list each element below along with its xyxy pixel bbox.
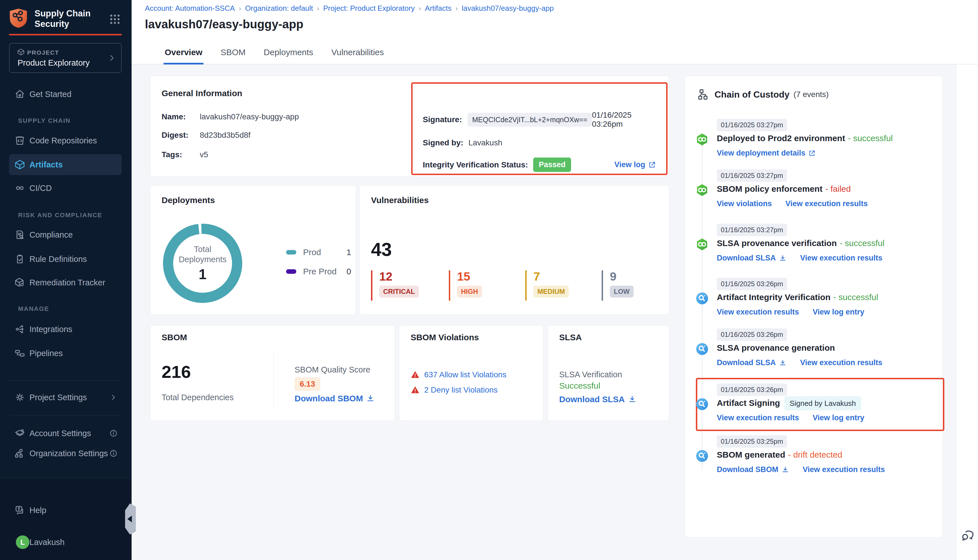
event-title: Deployed to Prod2 environment- successfu… [717,133,932,143]
view-deployment-details-link[interactable]: View deployment details [717,149,816,158]
sidebar-item-pipelines[interactable]: Pipelines [9,343,122,364]
sbom-generated-event-icon [695,449,709,463]
event-links: Download SLSA View execution results [717,358,882,367]
sidebar-item-get-started[interactable]: Get Started [9,84,122,105]
sidebar-item-account-settings[interactable]: Account Settings [9,423,122,444]
event-links: View execution results View log entry [717,308,864,317]
breadcrumb-project[interactable]: Project: Product Exploratory [323,4,415,13]
app-switcher-icon[interactable] [108,13,121,25]
download-sbom-link[interactable]: Download SBOM [295,394,375,403]
link-label: View execution results [717,308,799,317]
signature-value[interactable]: MEQCICde2VjIT...bL+2+mqnOXw== [467,113,592,127]
event-title: Artifact SigningSigned by Lavakush [717,398,932,408]
avatar: L [16,535,29,549]
severity-high: 15 HIGH [449,270,482,301]
deployments-donut-chart: Total Deployments 1 [163,224,242,303]
deny-list-violations-row: 2 Deny list Violations [411,385,497,395]
card-title: Vulnerabilities [371,195,429,205]
brand-accent-line [9,34,122,35]
slsa-generation-event-icon [695,342,709,356]
sidebar-item-project-settings[interactable]: Project Settings [9,387,122,408]
chat-widget-button[interactable] [960,528,975,543]
project-selector[interactable]: PROJECT Product Exploratory [9,43,122,73]
card-title: SBOM [162,333,187,342]
breadcrumb-separator: › [456,5,458,12]
event-deployed-prod2: 01/16/2025 03:27pm Deployed to Prod2 env… [717,119,932,131]
view-execution-results-link[interactable]: View execution results [717,413,799,422]
sidebar-item-organization-settings[interactable]: Organization Settings [9,443,122,464]
field-value: 8d23bd3b5d8f [200,131,250,140]
view-execution-results-link[interactable]: View execution results [800,358,883,367]
event-status: - drift detected [788,450,843,459]
link-label: Download SBOM [717,465,778,474]
sidebar-item-integrations[interactable]: Integrations [9,319,122,340]
view-execution-results-link[interactable]: View execution results [786,199,868,208]
sidebar: Supply Chain Security PROJECT Product Ex… [0,0,132,560]
chain-of-custody-header: Chain of Custody (7 events) [698,88,829,100]
sbom-quality-score: 6.13 [295,377,320,391]
sidebar-item-artifacts[interactable]: Artifacts [9,154,122,175]
severity-badge: MEDIUM [533,286,569,298]
sidebar-item-compliance[interactable]: Compliance [9,224,122,245]
event-title-text: Deployed to Prod2 environment [717,133,845,143]
severity-medium: 7 MEDIUM [525,270,569,301]
chevron-right-icon [109,393,118,402]
view-log-entry-link[interactable]: View log entry [813,308,865,317]
view-execution-results-link[interactable]: View execution results [800,254,883,262]
sidebar-item-cicd[interactable]: CI/CD [9,178,122,198]
link-label: View execution results [717,413,799,422]
view-execution-results-link[interactable]: View execution results [803,465,885,474]
sidebar-item-code-repositories[interactable]: Code Repositories [9,130,122,151]
sidebar-item-label: Project Settings [29,393,87,402]
slsa-card: SLSA SLSA Verification Successful Downlo… [547,325,669,421]
breadcrumb-current[interactable]: lavakush07/easy-buggy-app [462,4,554,13]
deny-list-violations-link[interactable]: 2 Deny list Violations [424,385,497,395]
event-links: Download SLSA View execution results [717,254,882,262]
tab-overview[interactable]: Overview [164,48,204,65]
warning-icon [411,370,420,379]
event-status: - failed [825,184,851,193]
user-name: Lavakush [29,538,65,547]
event-status: - successful [833,292,878,302]
link-label: View log entry [813,413,865,422]
allow-list-violations-link[interactable]: 637 Allow list Violations [424,370,507,379]
event-links: View execution results View log entry [717,413,864,422]
field-value: lavakush07/easy-buggy-app [200,112,299,121]
event-timestamp: 01/16/2025 03:26pm [717,278,787,290]
view-log-entry-link[interactable]: View log entry [813,413,865,422]
view-violations-link[interactable]: View violations [717,199,772,208]
download-sbom-link[interactable]: Download SBOM [717,465,789,474]
download-slsa-link[interactable]: Download SLSA [717,254,787,262]
sidebar-item-help[interactable]: Help [9,500,122,521]
view-log-label: View log [614,160,645,169]
breadcrumb-artifacts[interactable]: Artifacts [425,4,452,13]
deploy-event-icon [695,133,709,146]
field-label: Digest: [162,131,200,140]
sidebar-collapse-handle[interactable] [125,503,136,535]
external-link-icon [648,161,656,169]
view-log-link[interactable]: View log [614,160,656,169]
sidebar-user[interactable]: L Lavakush [9,532,122,553]
breadcrumb-organization[interactable]: Organization: default [245,4,313,13]
download-slsa-link[interactable]: Download SLSA [559,395,637,404]
event-title-text: SBOM policy enforcement [717,184,822,193]
slsa-verification-event-icon [695,238,709,251]
artifact-signing-event-icon [695,397,709,411]
event-sbom-generated: 01/16/2025 03:25pm SBOM generated- drift… [717,435,932,448]
download-slsa-link[interactable]: Download SLSA [717,358,787,367]
sidebar-item-remediation-tracker[interactable]: Remediation Tracker [9,272,122,293]
breadcrumb: Account: Automation-SSCA › Organization:… [145,4,554,13]
tab-deployments[interactable]: Deployments [263,48,314,65]
tab-vulnerabilities[interactable]: Vulnerabilities [330,48,385,65]
legend-preprod: Pre Prod 0 [286,266,351,277]
chain-of-custody-card: Chain of Custody (7 events) 01/16/2025 0… [685,76,943,537]
legend-value: 1 [346,247,351,257]
link-label: View execution results [786,199,868,208]
breadcrumb-account[interactable]: Account: Automation-SSCA [145,4,235,13]
view-execution-results-link[interactable]: View execution results [717,308,799,317]
chevron-right-icon [108,54,116,62]
event-title: SBOM generated- drift detected [717,450,932,460]
sidebar-item-rule-definitions[interactable]: Rule Definitions [9,248,122,270]
tab-sbom[interactable]: SBOM [219,48,247,65]
field-label: Tags: [162,150,200,159]
